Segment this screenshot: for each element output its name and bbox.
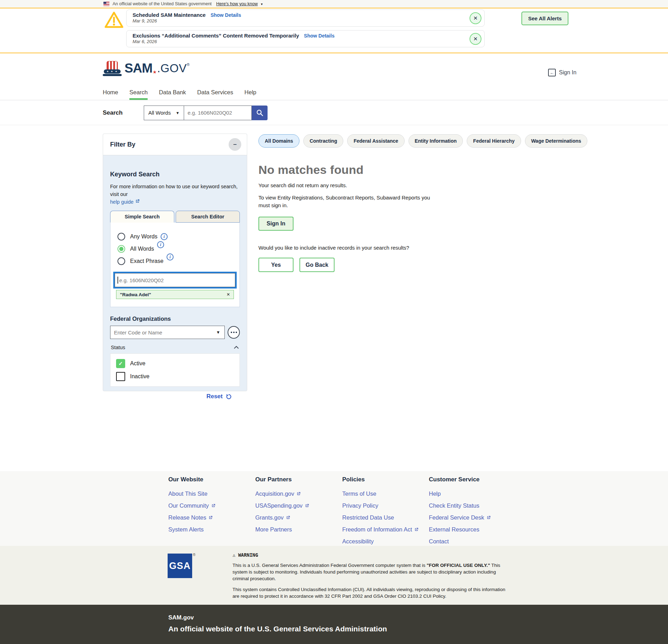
- warning-title: WARNING: [238, 552, 258, 558]
- more-options-button[interactable]: [228, 326, 240, 339]
- footer-link-more-partners[interactable]: More Partners: [255, 526, 339, 533]
- logo-star-icon: ★: [153, 69, 157, 75]
- radio-all-words-selected[interactable]: [117, 245, 125, 253]
- search-icon: [256, 109, 264, 117]
- help-guide-link[interactable]: help guide: [110, 199, 134, 205]
- search-mode-select[interactable]: All Words ▼: [144, 106, 184, 120]
- domain-tab-federal-assistance[interactable]: Federal Assistance: [347, 134, 404, 148]
- alert-date: Mar 9, 2026: [133, 18, 463, 23]
- nav-item-help[interactable]: Help: [244, 85, 256, 100]
- nav-item-data-services[interactable]: Data Services: [197, 85, 233, 100]
- footer-link-system-alerts[interactable]: System Alerts: [168, 526, 252, 533]
- footer-link-label: Check Entity Status: [429, 502, 479, 509]
- footer-link-external-resources[interactable]: External Resources: [429, 526, 513, 533]
- footer-link-label: Privacy Policy: [342, 502, 378, 509]
- footer-link-label: Release Notes: [168, 514, 206, 521]
- info-icon[interactable]: i: [157, 241, 164, 248]
- domain-tabs: All Domains Contracting Federal Assistan…: [258, 134, 546, 148]
- keyword-search-input[interactable]: [115, 273, 235, 287]
- domain-tab-wage-determinations[interactable]: Wage Determinations: [525, 134, 588, 148]
- footer-link-our-community[interactable]: Our Community: [168, 502, 252, 509]
- footer-link-about-this-site[interactable]: About This Site: [168, 490, 252, 497]
- reset-filters-link[interactable]: Reset: [110, 393, 232, 400]
- footer-column-title: Our Partners: [255, 476, 339, 483]
- show-details-link[interactable]: Show Details: [304, 33, 335, 39]
- keyword-tabs: Simple Search Search Editor: [110, 211, 240, 223]
- alert-title: Exclusions “Additional Comments” Content…: [133, 33, 299, 39]
- footer-site-name: SAM.gov: [168, 614, 194, 621]
- sign-in-button[interactable]: Sign In: [258, 217, 293, 231]
- search-input[interactable]: [184, 106, 252, 120]
- chevron-down-icon[interactable]: ▼: [216, 330, 224, 335]
- tab-simple-search[interactable]: Simple Search: [110, 211, 174, 223]
- status-option-active[interactable]: ✓ Active: [116, 359, 234, 368]
- sam-gov-logo[interactable]: ★ ★ ★ SAM ★ .GOV ®: [103, 60, 190, 76]
- tab-search-editor[interactable]: Search Editor: [176, 211, 240, 223]
- status-option-inactive[interactable]: Inactive: [116, 372, 234, 381]
- footer-link-accessibility[interactable]: Accessibility: [342, 538, 426, 545]
- sign-in-required-message: To view Entity Registrations, Subcontrac…: [258, 194, 437, 209]
- header-sign-in-link[interactable]: ← Sign In: [548, 69, 576, 76]
- radio-row-all-words[interactable]: All Words i: [117, 245, 235, 253]
- domain-tab-contracting[interactable]: Contracting: [303, 134, 344, 148]
- radio-row-exact-phrase[interactable]: Exact Phrase i: [117, 257, 235, 265]
- show-details-link[interactable]: Show Details: [210, 12, 241, 18]
- search-submit-button[interactable]: [252, 106, 268, 120]
- federal-organizations-title: Federal Organizations: [110, 316, 240, 322]
- radio-row-any-words[interactable]: Any Words i: [117, 232, 235, 241]
- alert-close-button[interactable]: ✕: [470, 12, 481, 24]
- logo-text-sam: SAM: [124, 61, 152, 76]
- footer-link-acquisition-gov[interactable]: Acquisition.gov: [255, 490, 339, 497]
- chevron-down-icon[interactable]: ▾: [261, 2, 263, 6]
- footer-link-terms-of-use[interactable]: Terms of Use: [342, 490, 426, 497]
- footer-link-help[interactable]: Help: [429, 490, 513, 497]
- checkbox-inactive-unchecked[interactable]: [116, 372, 125, 381]
- federal-org-select[interactable]: ▼: [110, 326, 225, 339]
- footer-link-restricted-data-use[interactable]: Restricted Data Use: [342, 514, 426, 521]
- domain-tab-entity-information[interactable]: Entity Information: [409, 134, 463, 148]
- footer-link-release-notes[interactable]: Release Notes: [168, 514, 252, 521]
- alert-close-button[interactable]: ✕: [470, 33, 481, 45]
- footer-link-grants-gov[interactable]: Grants.gov: [255, 514, 339, 521]
- radio-exact-phrase[interactable]: [117, 257, 125, 265]
- status-options-box: ✓ Active Inactive: [110, 353, 240, 387]
- nav-item-data-bank[interactable]: Data Bank: [159, 85, 186, 100]
- warning-text: This is a U.S. General Services Administ…: [232, 563, 427, 568]
- nav-item-search[interactable]: Search: [129, 85, 148, 100]
- footer-link-label: Help: [429, 490, 441, 497]
- checkbox-label: Active: [130, 360, 146, 367]
- nav-item-home[interactable]: Home: [103, 85, 118, 100]
- external-link-icon: [286, 515, 290, 520]
- footer-link-privacy-policy[interactable]: Privacy Policy: [342, 502, 426, 509]
- chevron-up-icon[interactable]: [234, 346, 239, 349]
- radio-any-words[interactable]: [117, 233, 125, 240]
- footer-link-foia[interactable]: Freedom of Information Act: [342, 526, 426, 533]
- how-you-know-link[interactable]: Here's how you know: [216, 1, 258, 6]
- footer-link-contact[interactable]: Contact: [429, 538, 513, 545]
- footer-tagline: An official website of the U.S. General …: [168, 625, 387, 633]
- info-icon[interactable]: i: [161, 233, 168, 240]
- yes-button[interactable]: Yes: [258, 258, 293, 272]
- collapse-filters-button[interactable]: −: [229, 138, 241, 151]
- domain-tab-federal-hierarchy[interactable]: Federal Hierarchy: [467, 134, 521, 148]
- go-back-button[interactable]: Go Back: [299, 258, 335, 272]
- keyword-input-wrap: [115, 273, 235, 287]
- federal-org-input[interactable]: [110, 330, 216, 335]
- footer-link-check-entity-status[interactable]: Check Entity Status: [429, 502, 513, 509]
- footer-column-title: Policies: [342, 476, 426, 483]
- see-all-alerts-button[interactable]: See All Alerts: [521, 12, 568, 25]
- footer-link-label: Terms of Use: [342, 490, 376, 497]
- footer-link-usaspending-gov[interactable]: USASpending.gov: [255, 502, 339, 509]
- checkbox-active-checked[interactable]: ✓: [116, 359, 125, 368]
- chip-remove-icon[interactable]: ✕: [227, 292, 230, 297]
- warning-icon: ⚠: [232, 552, 235, 558]
- alert-item: Exclusions “Additional Comments” Content…: [126, 30, 485, 47]
- footer-link-federal-service-desk[interactable]: Federal Service Desk: [429, 514, 513, 521]
- warning-paragraph-2: This system contains Controlled Unclassi…: [232, 586, 510, 599]
- external-link-icon: [414, 527, 419, 532]
- alerts-section: Scheduled SAM Maintenance Show Details M…: [0, 9, 668, 53]
- status-header[interactable]: Status: [111, 345, 239, 350]
- domain-tab-all-domains[interactable]: All Domains: [258, 134, 299, 148]
- info-icon[interactable]: i: [167, 253, 174, 260]
- footer-link-label: Accessibility: [342, 538, 374, 545]
